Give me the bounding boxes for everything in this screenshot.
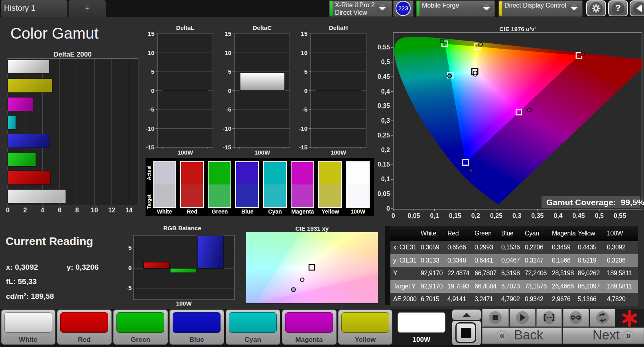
svg-text:0,25: 0,25 [490, 212, 502, 219]
svg-text:12: 12 [108, 207, 115, 214]
svg-text:5: 5 [228, 68, 231, 75]
svg-text:0,3: 0,3 [512, 212, 521, 219]
svg-text:0,55: 0,55 [614, 212, 626, 219]
svg-text:0,1: 0,1 [381, 176, 390, 182]
svg-text:0,4: 0,4 [553, 212, 562, 219]
svg-text:15: 15 [148, 30, 154, 37]
svg-text:0,5: 0,5 [381, 59, 390, 65]
svg-text:-15: -15 [146, 144, 154, 151]
svg-text:-15: -15 [299, 144, 307, 151]
svg-text:2: 2 [23, 207, 27, 214]
svg-text:DeltaC: DeltaC [253, 24, 272, 31]
svg-text:0,25: 0,25 [378, 132, 390, 139]
svg-text:-10: -10 [146, 125, 154, 132]
svg-text:0,5: 0,5 [595, 212, 604, 219]
svg-text:0,15: 0,15 [378, 161, 390, 168]
svg-text:0,05: 0,05 [378, 190, 390, 197]
svg-text:0,05: 0,05 [408, 212, 420, 219]
svg-text:0,2: 0,2 [381, 147, 390, 153]
svg-text:0,15: 0,15 [449, 212, 461, 219]
svg-text:-10: -10 [299, 125, 307, 132]
svg-text:15: 15 [301, 30, 307, 37]
svg-text:15: 15 [225, 30, 231, 37]
svg-text:10: 10 [148, 49, 154, 56]
svg-text:0: 0 [386, 205, 390, 212]
svg-text:DeltaE 2000: DeltaE 2000 [53, 51, 91, 58]
svg-text:-5: -5 [128, 284, 132, 291]
svg-text:DeltaH: DeltaH [329, 24, 348, 31]
svg-text:DeltaL: DeltaL [176, 24, 195, 31]
svg-text:100W: 100W [331, 149, 347, 156]
svg-text:5: 5 [151, 68, 154, 75]
svg-text:0,35: 0,35 [378, 102, 390, 109]
svg-text:0: 0 [128, 265, 132, 271]
svg-text:4: 4 [41, 207, 44, 214]
svg-text:0,45: 0,45 [573, 212, 585, 219]
svg-text:-15: -15 [223, 144, 231, 151]
svg-text:0: 0 [228, 87, 231, 94]
svg-text:100W: 100W [254, 149, 270, 156]
svg-text:-10: -10 [223, 125, 231, 132]
svg-text:6: 6 [58, 207, 61, 214]
svg-text:0,4: 0,4 [381, 88, 390, 95]
svg-text:-5: -5 [149, 106, 154, 113]
svg-text:14: 14 [126, 207, 133, 214]
svg-text:0,3: 0,3 [381, 117, 390, 124]
svg-text:0,45: 0,45 [378, 73, 390, 80]
svg-text:10: 10 [91, 207, 98, 214]
svg-text:Gamut Coverage: 99,5%: Gamut Coverage: 99,5% [546, 198, 644, 207]
svg-text:0: 0 [304, 87, 307, 94]
svg-text:100W: 100W [176, 300, 192, 307]
svg-text:8: 8 [75, 207, 79, 214]
svg-text:0: 0 [6, 207, 10, 214]
svg-text:5: 5 [304, 68, 307, 75]
svg-text:0: 0 [151, 87, 154, 94]
svg-text:-5: -5 [302, 106, 307, 113]
svg-text:-5: -5 [226, 106, 231, 113]
svg-text:0: 0 [392, 212, 395, 219]
svg-text:0,35: 0,35 [531, 212, 544, 219]
svg-text:0,1: 0,1 [430, 212, 439, 219]
svg-text:CIE 1976 u'v': CIE 1976 u'v' [499, 25, 536, 32]
svg-text:10: 10 [225, 49, 231, 56]
svg-text:0,2: 0,2 [471, 212, 480, 219]
svg-text:100W: 100W [177, 149, 193, 156]
svg-text:0,55: 0,55 [378, 44, 390, 51]
svg-text:RGB Balance: RGB Balance [163, 225, 201, 231]
svg-text:10: 10 [301, 49, 307, 56]
svg-text:5: 5 [128, 244, 132, 251]
